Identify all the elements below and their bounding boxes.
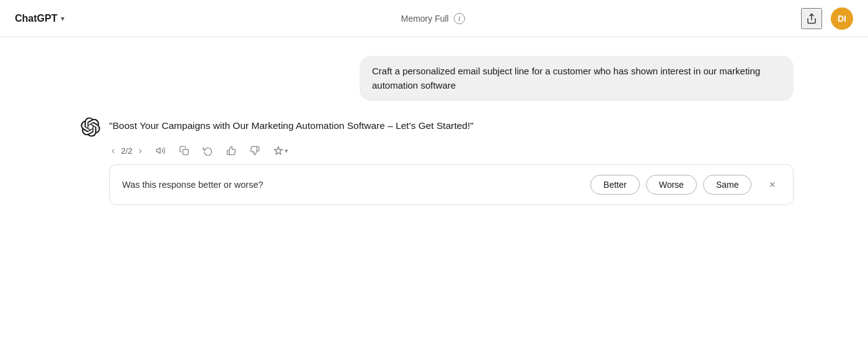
svg-marker-1 xyxy=(156,148,160,153)
more-options-button[interactable]: ▾ xyxy=(271,143,291,158)
user-message-wrap: Craft a personalized email subject line … xyxy=(74,56,794,101)
action-bar: ‹ 2/2 › xyxy=(81,143,794,158)
info-icon[interactable]: i xyxy=(454,13,465,24)
better-button[interactable]: Better xyxy=(590,175,639,195)
same-button[interactable]: Same xyxy=(703,175,752,195)
thumbs-up-icon xyxy=(226,146,236,156)
thumbs-up-button[interactable] xyxy=(224,143,239,158)
more-chevron: ▾ xyxy=(285,147,288,155)
feedback-close-button[interactable]: × xyxy=(764,176,781,194)
copy-button[interactable] xyxy=(177,143,192,158)
memory-status: Memory Full i xyxy=(401,13,465,24)
app-title: ChatGPT xyxy=(15,13,57,24)
feedback-buttons: Better Worse Same xyxy=(590,175,751,195)
thumbs-down-button[interactable] xyxy=(247,143,262,158)
assistant-row: "Boost Your Campaigns with Our Marketing… xyxy=(81,116,794,137)
app-title-menu[interactable]: ChatGPT ▾ xyxy=(15,13,64,24)
svg-rect-2 xyxy=(183,149,188,155)
nav-controls: ‹ 2/2 › xyxy=(109,144,144,157)
speaker-icon xyxy=(156,146,166,156)
regenerate-icon xyxy=(203,146,213,156)
user-bubble: Craft a personalized email subject line … xyxy=(360,56,794,101)
assistant-message-wrap: "Boost Your Campaigns with Our Marketing… xyxy=(74,116,794,205)
top-bar: ChatGPT ▾ Memory Full i DI xyxy=(0,0,868,37)
next-icon: › xyxy=(138,145,141,156)
share-button[interactable] xyxy=(801,8,822,29)
feedback-box: Was this response better or worse? Bette… xyxy=(109,164,794,205)
worse-button[interactable]: Worse xyxy=(646,175,697,195)
assistant-message-text: "Boost Your Campaigns with Our Marketing… xyxy=(109,116,474,133)
prev-response-button[interactable]: ‹ xyxy=(109,144,117,157)
feedback-question: Was this response better or worse? xyxy=(122,180,578,190)
memory-label: Memory Full xyxy=(401,14,449,24)
copy-icon xyxy=(179,146,189,156)
user-message-text: Craft a personalized email subject line … xyxy=(372,66,760,90)
nav-label: 2/2 xyxy=(121,146,132,156)
top-bar-actions: DI xyxy=(801,7,853,30)
next-response-button[interactable]: › xyxy=(136,144,144,157)
regenerate-button[interactable] xyxy=(200,143,215,158)
read-aloud-button[interactable] xyxy=(153,143,168,158)
avatar[interactable]: DI xyxy=(831,7,853,30)
chatgpt-icon xyxy=(81,117,100,137)
prev-icon: ‹ xyxy=(112,145,115,156)
chat-area: Craft a personalized email subject line … xyxy=(0,37,868,224)
sparkle-icon xyxy=(273,146,283,156)
thumbs-down-icon xyxy=(250,146,260,156)
chevron-down-icon: ▾ xyxy=(61,14,64,23)
share-icon xyxy=(806,13,817,24)
